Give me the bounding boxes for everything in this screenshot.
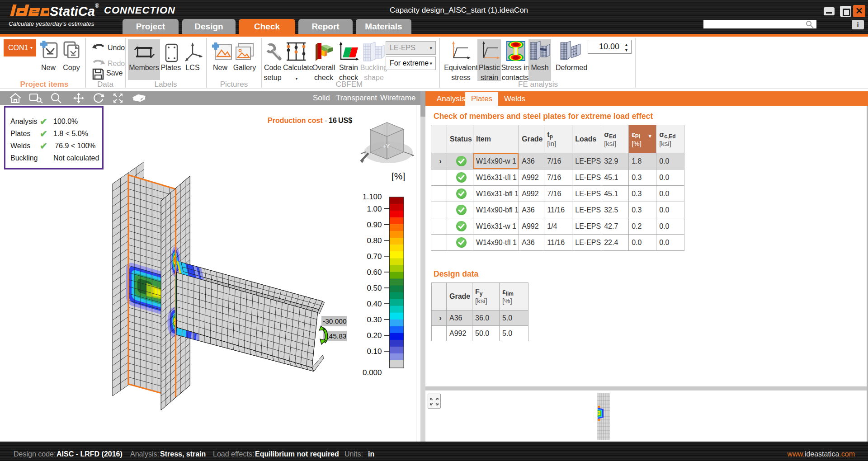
svg-text:0.30: 0.30 xyxy=(367,315,382,324)
svg-text:[%]: [%] xyxy=(392,171,405,181)
svg-text:0.20: 0.20 xyxy=(367,331,382,340)
svg-text:-: - xyxy=(325,117,327,124)
svg-text:+Y: +Y xyxy=(382,143,390,150)
svg-text:0.10: 0.10 xyxy=(367,347,382,356)
svg-text:1.100: 1.100 xyxy=(363,193,382,201)
svg-text:16 US$: 16 US$ xyxy=(329,117,352,124)
svg-text:1.00: 1.00 xyxy=(367,205,382,213)
svg-text:0.50: 0.50 xyxy=(367,284,382,292)
svg-text:Production cost: Production cost xyxy=(268,117,323,124)
svg-text:-30.000: -30.000 xyxy=(323,317,347,325)
svg-text:0.70: 0.70 xyxy=(367,252,382,261)
svg-text:0.000: 0.000 xyxy=(363,368,382,377)
svg-text:0.40: 0.40 xyxy=(367,300,382,308)
svg-text:0.90: 0.90 xyxy=(367,221,382,229)
svg-text:145.83: 145.83 xyxy=(325,332,346,340)
svg-text:0.60: 0.60 xyxy=(367,268,382,277)
svg-text:0.80: 0.80 xyxy=(367,236,382,245)
